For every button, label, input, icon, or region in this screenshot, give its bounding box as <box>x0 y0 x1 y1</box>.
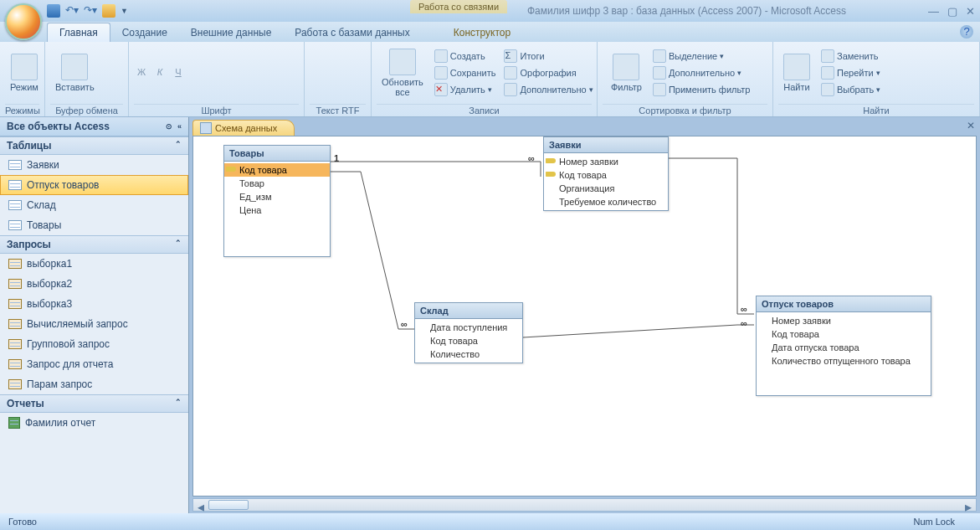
open-icon[interactable] <box>102 4 115 18</box>
nav-group-queries-label: Запросы <box>7 239 51 250</box>
toggle-filter-icon <box>653 83 666 96</box>
table-title[interactable]: Отпуск товаров <box>757 296 931 312</box>
nav-item[interactable]: Вычисляемый запрос <box>0 314 188 334</box>
new-record-button[interactable]: Создать <box>432 49 499 64</box>
nav-collapse-icon[interactable]: « <box>177 122 182 131</box>
table-box-sklad[interactable]: СкладДата поступленияКод товараКоличеств… <box>414 302 523 363</box>
selection-button[interactable]: Выделение▾ <box>650 49 753 64</box>
delete-record-button[interactable]: ✕Удалить▾ <box>432 82 499 97</box>
table-title[interactable]: Склад <box>415 303 522 319</box>
view-button[interactable]: Режим <box>5 52 44 94</box>
save-label: Сохранить <box>450 68 496 78</box>
nav-group-queries[interactable]: Запросы⌃ <box>0 235 188 254</box>
toggle-filter-button[interactable]: Применить фильтр <box>650 82 753 97</box>
field-row[interactable]: Номер заявки <box>544 155 668 168</box>
field-row[interactable]: Код товара <box>224 163 330 177</box>
field-row[interactable]: Код товара <box>544 168 668 182</box>
select-button[interactable]: Выбрать▾ <box>818 82 883 97</box>
field-row[interactable]: Ед_изм <box>224 190 330 203</box>
italic-icon[interactable]: К <box>152 67 167 77</box>
nav-dropdown-icon[interactable]: ⊙ <box>166 122 172 131</box>
spelling-button[interactable]: Орфография <box>501 65 595 80</box>
tab-external[interactable]: Внешние данные <box>179 23 284 42</box>
totals-button[interactable]: ΣИтоги <box>501 49 595 64</box>
undo-icon[interactable]: ↶▾ <box>65 4 79 18</box>
relationships-canvas[interactable]: 1 ∞ ∞ ∞ ∞ ТоварыКод товараТоварЕд_измЦен… <box>192 136 977 497</box>
save-record-button[interactable]: Сохранить <box>432 65 499 80</box>
scroll-thumb[interactable] <box>208 500 249 510</box>
office-button[interactable] <box>5 3 42 40</box>
underline-icon[interactable]: Ч <box>171 67 186 77</box>
ribbon-group-sortfilter: Сортировка и фильтр <box>603 104 767 116</box>
nav-item-label: Заявки <box>27 159 59 171</box>
save-icon[interactable] <box>47 4 60 18</box>
relationships-icon <box>200 122 212 134</box>
close-tab-icon[interactable]: ✕ <box>967 120 975 131</box>
find-button[interactable]: Найти <box>778 52 815 94</box>
qat-dropdown-icon[interactable]: ▼ <box>121 7 128 15</box>
field-row[interactable]: Товар <box>224 177 330 190</box>
filter-icon <box>613 54 639 80</box>
replace-button[interactable]: Заменить <box>818 49 883 64</box>
maximize-button[interactable]: ▢ <box>947 5 957 18</box>
goto-button[interactable]: Перейти▾ <box>818 65 883 80</box>
nav-item[interactable]: Заявки <box>0 155 188 175</box>
help-icon[interactable]: ? <box>960 25 973 39</box>
filter-button[interactable]: Фильтр <box>606 52 647 94</box>
nav-header[interactable]: Все объекты Access ⊙« <box>0 117 188 136</box>
nav-item[interactable]: Фамилия отчет <box>0 413 188 433</box>
nav-item[interactable]: Запрос для отчета <box>0 354 188 374</box>
more-records-button[interactable]: Дополнительно▾ <box>501 82 595 97</box>
nav-item[interactable]: Парам запрос <box>0 374 188 394</box>
nav-item[interactable]: выборка1 <box>0 254 188 274</box>
table-box-tovary[interactable]: ТоварыКод товараТоварЕд_измЦена <box>223 145 331 257</box>
field-row[interactable]: Цена <box>224 203 330 217</box>
tab-dbwork[interactable]: Работа с базами данных <box>283 23 421 42</box>
nav-item-label: Запрос для отчета <box>27 358 113 370</box>
replace-icon <box>821 49 834 63</box>
nav-group-reports[interactable]: Отчеты⌃ <box>0 394 188 413</box>
tab-create[interactable]: Создание <box>110 23 179 42</box>
minimize-button[interactable]: — <box>928 5 939 18</box>
field-row[interactable]: Номер заявки <box>757 314 931 327</box>
field-row[interactable]: Дата отпуска товара <box>757 341 931 354</box>
close-button[interactable]: ✕ <box>966 5 975 18</box>
advanced-filter-button[interactable]: Дополнительно▾ <box>650 65 753 80</box>
field-row[interactable]: Количество <box>415 347 522 361</box>
svg-line-8 <box>523 325 737 337</box>
refresh-button[interactable]: Обновить все <box>377 47 428 99</box>
cardinality-many: ∞ <box>741 318 747 328</box>
bold-icon[interactable]: Ж <box>134 67 149 77</box>
nav-item[interactable]: Склад <box>0 195 188 215</box>
field-row[interactable]: Код товара <box>415 334 522 347</box>
nav-item[interactable]: Отпуск товаров <box>0 175 188 195</box>
field-row[interactable]: Требуемое количество <box>544 195 668 208</box>
cardinality-many: ∞ <box>741 304 747 314</box>
field-row[interactable]: Организация <box>544 182 668 195</box>
tab-constructor[interactable]: Конструктор <box>442 23 522 42</box>
tab-main[interactable]: Главная <box>47 23 110 42</box>
field-row[interactable]: Код товара <box>757 327 931 341</box>
redo-icon[interactable]: ↷▾ <box>84 4 97 18</box>
paste-button[interactable]: Вставить <box>50 52 100 94</box>
table-title[interactable]: Заявки <box>544 137 668 153</box>
field-row[interactable]: Количество отпущенного товара <box>757 354 931 368</box>
delete-icon: ✕ <box>434 83 448 96</box>
nav-item[interactable]: выборка3 <box>0 294 188 314</box>
nav-group-tables[interactable]: Таблицы⌃ <box>0 136 188 155</box>
field-row[interactable]: Дата поступления <box>415 321 522 334</box>
horizontal-scrollbar[interactable]: ◂ ▸ <box>192 498 977 512</box>
find-icon <box>783 54 810 80</box>
document-tab-schema[interactable]: Схема данных <box>192 120 295 136</box>
table-box-otpusk[interactable]: Отпуск товаровНомер заявкиКод товараДата… <box>756 296 931 396</box>
nav-item[interactable]: выборка2 <box>0 274 188 294</box>
table-box-zayavki[interactable]: ЗаявкиНомер заявкиКод товараОрганизацияТ… <box>543 136 669 211</box>
ribbon-group-find: Найти <box>778 104 974 116</box>
status-bar: Готово Num Lock <box>0 513 980 530</box>
nav-item-label: Отпуск товаров <box>27 179 99 191</box>
table-title[interactable]: Товары <box>224 146 330 162</box>
paste-icon <box>61 54 88 80</box>
nav-item[interactable]: Групповой запрос <box>0 334 188 354</box>
new-icon <box>434 49 448 63</box>
nav-item[interactable]: Товары <box>0 215 188 235</box>
